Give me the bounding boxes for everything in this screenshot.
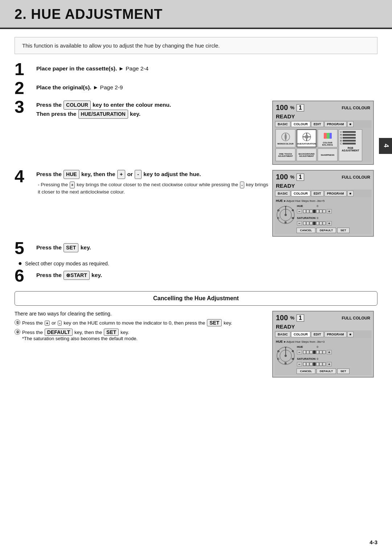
screen3-c: C xyxy=(340,142,342,145)
hue-minus-btn[interactable]: − xyxy=(297,209,302,213)
default-key-cancel: DEFAULT xyxy=(45,329,73,336)
colour-balance-btn[interactable]: COLOUR BALANCE xyxy=(318,129,338,147)
tab4-basic[interactable]: BASIC xyxy=(275,191,290,196)
tab4-edit[interactable]: EDIT xyxy=(311,191,324,196)
screen4-pct: 100 xyxy=(276,173,288,181)
screen-step3: 100 % 1 FULL COLOUR READY BASIC COLOUR E… xyxy=(272,101,374,165)
cancel-text: There are two ways for clearing the sett… xyxy=(15,311,262,343)
screen3-v: V xyxy=(340,131,342,133)
hue-ctrl-label: HUE xyxy=(297,204,313,208)
bullet-dot: ● xyxy=(18,260,22,266)
screen3-c-row: C xyxy=(340,142,361,145)
cancel-btn-c[interactable]: CANCEL xyxy=(297,368,315,374)
step-1-bold: Place paper in the cassette(s). xyxy=(36,65,117,72)
page-number: 4-3 xyxy=(369,539,377,545)
screen3-g: G xyxy=(340,137,342,139)
cancel-item-2: ② Press the DEFAULT key, then the SET ke… xyxy=(15,329,262,341)
hue-box-c2 xyxy=(306,350,309,354)
bullet-note: ● Select other copy modes as required. xyxy=(18,261,377,266)
tabC-basic[interactable]: BASIC xyxy=(275,331,290,337)
hue-boxes xyxy=(303,209,326,213)
start-key: ⊗START xyxy=(64,271,90,280)
one-touch-btn[interactable]: ONE TOUCH ADJUSTMENT xyxy=(275,148,295,161)
svg-text:C: C xyxy=(277,357,279,360)
hue-saturation-btn[interactable]: HUE/SATURATION xyxy=(297,129,317,147)
set-btn-c[interactable]: SET xyxy=(337,368,350,374)
hue-saturation-label: HUE/SATURATION xyxy=(297,143,316,145)
screen3-ready: READY xyxy=(274,113,372,120)
hue-box-2 xyxy=(306,209,309,213)
screen3-b-bar xyxy=(343,140,356,142)
hue-controls: HUE 0 − xyxy=(297,204,370,225)
svg-text:B: B xyxy=(285,221,287,224)
tabC-edit[interactable]: EDIT xyxy=(311,331,324,337)
screenC-header-left: 100 % 1 xyxy=(276,314,304,322)
screen3-pct: 100 xyxy=(276,103,288,112)
sat-box-3 xyxy=(310,221,313,225)
tabC-program[interactable]: PROGRAM xyxy=(324,331,347,337)
background-adj-label: BACKGROUND ADJUSTMENT xyxy=(297,153,316,157)
saturation-ctrl-num: 0 xyxy=(314,216,318,220)
svg-text:C: C xyxy=(277,216,279,220)
screenC-hue-row: Y R M B C G HUE xyxy=(276,345,370,366)
step-6-content: Press the ⊗START key. xyxy=(36,269,377,280)
tab-colour[interactable]: COLOUR xyxy=(291,121,310,127)
set-btn[interactable]: SET xyxy=(337,228,350,233)
cancel-section-box: Cancelling the Hue Adjustment xyxy=(15,291,377,306)
svg-text:R: R xyxy=(292,209,294,212)
tab4-program[interactable]: PROGRAM xyxy=(324,191,347,196)
saturation-ctrl-label-c: SATURATION xyxy=(297,357,313,360)
svg-text:B: B xyxy=(285,362,287,365)
tab4-colour[interactable]: COLOUR xyxy=(291,191,310,196)
hue-circle-svg-c: Y R M B C G xyxy=(276,346,295,366)
tab-edit[interactable]: EDIT xyxy=(311,121,324,127)
saturation-minus-btn[interactable]: − xyxy=(297,221,302,225)
tab-program[interactable]: PROGRAM xyxy=(324,121,347,127)
tab-basic[interactable]: BASIC xyxy=(275,121,290,127)
step-1-text: Place paper in the cassette(s). ► Page 2… xyxy=(36,64,377,73)
svg-text:G: G xyxy=(277,209,279,212)
sat-box-2 xyxy=(306,221,309,225)
monocolour-icon xyxy=(281,132,291,142)
divider xyxy=(0,28,392,29)
step-5-text: Press the SET key. xyxy=(36,243,377,252)
saturation-control-row: − xyxy=(297,221,370,225)
saturation-plus-btn-c[interactable]: + xyxy=(327,362,332,366)
hue-plus-btn-c[interactable]: + xyxy=(327,350,332,354)
step-4-left: Press the HUE key, then the + or - key t… xyxy=(36,170,269,196)
step-4: 4 Press the HUE key, then the + or - key… xyxy=(15,170,377,237)
screenC-pct: 100 xyxy=(276,314,288,322)
hue-minus-btn-c[interactable]: − xyxy=(297,350,302,354)
hue-saturation-icon xyxy=(302,132,312,142)
colour-balance-icon xyxy=(323,131,333,141)
svg-rect-7 xyxy=(324,133,327,139)
default-btn[interactable]: DEFAULT xyxy=(317,228,336,233)
sharpness-btn[interactable]: SHARPNESS xyxy=(318,148,338,161)
plus-key-note: + xyxy=(70,182,75,188)
tab4-more[interactable]: ■ xyxy=(347,191,354,196)
cancel-num-2: ② xyxy=(15,329,20,335)
hue-box-c3 xyxy=(310,350,313,354)
tabC-more[interactable]: ■ xyxy=(347,331,354,337)
sat-box-c7 xyxy=(323,362,326,366)
plus-key-cancel: + xyxy=(45,321,50,326)
cancel-list: ① Press the + or - key on the HUE column… xyxy=(15,319,262,341)
hue-controls-c: HUE 0 − xyxy=(297,345,370,366)
tab-more[interactable]: ■ xyxy=(347,121,354,127)
saturation-minus-btn-c[interactable]: − xyxy=(297,362,302,366)
screen3-g-row: G xyxy=(340,137,361,139)
step-3: 3 Press the COLOUR key to enter the colo… xyxy=(15,101,377,165)
step-3-bold2: Then press the HUE/SATURATION key. xyxy=(36,111,140,117)
screen3-v-row: V xyxy=(340,131,361,133)
hue-box-4 xyxy=(313,209,316,213)
default-btn-c[interactable]: DEFAULT xyxy=(317,368,336,374)
tabC-colour[interactable]: COLOUR xyxy=(291,331,310,337)
hue-plus-btn[interactable]: + xyxy=(327,209,332,213)
step-2-ref: ► Page 2-9 xyxy=(93,84,123,90)
monocolour-btn[interactable]: MONOCOLOUR xyxy=(275,129,295,147)
cancel-btn[interactable]: CANCEL xyxy=(297,228,315,233)
background-adj-btn[interactable]: BACKGROUND ADJUSTMENT xyxy=(297,148,317,161)
hue-ctrl-num: 0 xyxy=(314,204,318,208)
saturation-plus-btn[interactable]: + xyxy=(327,221,332,225)
step-5-bold: Press the SET key. xyxy=(36,244,91,250)
